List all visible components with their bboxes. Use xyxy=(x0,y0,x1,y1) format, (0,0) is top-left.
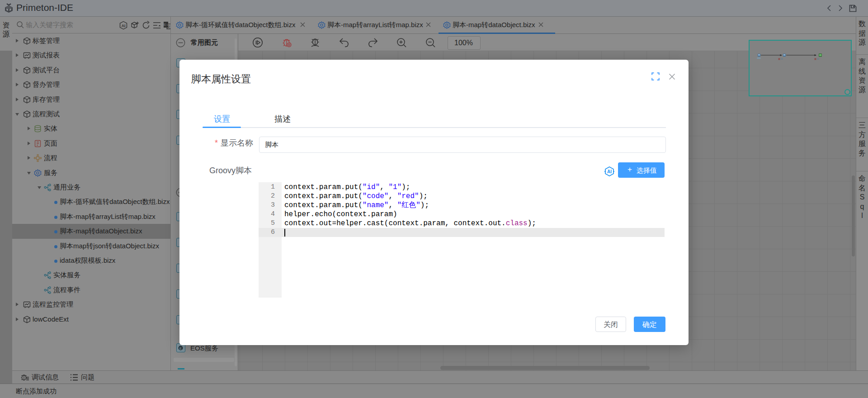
svg-text:AI: AI xyxy=(607,169,612,174)
svg-text:E: E xyxy=(179,346,182,351)
svg-text:文: 文 xyxy=(167,25,171,29)
svg-text:AI: AI xyxy=(122,24,126,28)
